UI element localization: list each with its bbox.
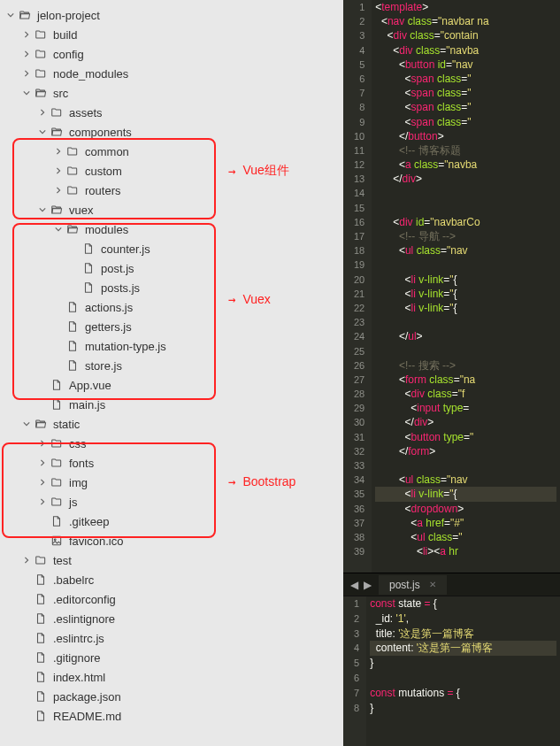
chevron-right-icon[interactable] [37, 496, 48, 507]
chevron-down-icon[interactable] [5, 10, 16, 20]
tree-row--eslintrc-js[interactable]: .eslintrc.js [0, 628, 343, 648]
tree-row-counter-js[interactable]: counter.js [0, 239, 343, 258]
code-line[interactable]: <div class="f [375, 387, 556, 401]
code-line[interactable]: <ul class=" [375, 530, 556, 544]
code-line[interactable]: <button id="nav [375, 58, 556, 72]
code-line[interactable]: </ul> [375, 329, 556, 343]
chevron-right-icon[interactable] [21, 555, 32, 565]
chevron-right-icon[interactable] [53, 165, 64, 176]
tree-row-jelon-project[interactable]: jelon-project [0, 5, 343, 25]
chevron-right-icon[interactable] [37, 107, 48, 118]
tree-row-fonts[interactable]: fonts [0, 453, 343, 473]
tree-row-css[interactable]: css [0, 434, 343, 453]
code-line[interactable]: const mutations = { [370, 686, 556, 701]
tree-row-custom[interactable]: custom [0, 161, 343, 181]
code-line[interactable]: <span class=" [375, 115, 556, 129]
code-line[interactable] [375, 315, 556, 329]
tree-row-modules[interactable]: modules [0, 219, 343, 239]
tree-row-mutation-type-js[interactable]: mutation-type.js [0, 336, 343, 356]
tab-next-icon[interactable]: ▶ [364, 579, 372, 591]
tree-row-static[interactable]: static [0, 414, 343, 434]
code-pane-bottom[interactable]: const state = { _id: '1', title: '这是第一篇博… [366, 596, 560, 746]
code-line[interactable]: <li><a hr [375, 544, 556, 558]
tree-row-store-js[interactable]: store.js [0, 356, 343, 375]
code-line[interactable] [370, 671, 556, 686]
code-line[interactable]: <nav class="navbar na [375, 14, 556, 28]
code-line[interactable]: </form> [375, 444, 556, 458]
tab-nav-arrows[interactable]: ◀ ▶ [343, 579, 379, 591]
code-line[interactable] [375, 258, 556, 272]
code-line[interactable]: <input type= [375, 401, 556, 415]
chevron-right-icon[interactable] [21, 29, 32, 40]
tree-row-test[interactable]: test [0, 550, 343, 570]
chevron-right-icon[interactable] [53, 146, 64, 157]
code-line[interactable]: </div> [375, 415, 556, 429]
code-line[interactable]: <!-- 导航 --> [375, 229, 556, 243]
code-line[interactable]: <div id="navbarCo [375, 215, 556, 229]
code-pane-main[interactable]: <template> <nav class="navbar na <div cl… [372, 0, 560, 573]
tree-row-vuex[interactable]: vuex [0, 200, 343, 219]
tree-row-favicon-ico[interactable]: favicon.ico [0, 531, 343, 550]
code-line[interactable]: <ul class="nav [375, 243, 556, 258]
code-line[interactable]: <div class="navba [375, 43, 556, 58]
tree-row--editorconfig[interactable]: .editorconfig [0, 589, 343, 609]
tree-row--gitkeep[interactable]: .gitkeep [0, 511, 343, 531]
tree-row-index-html[interactable]: index.html [0, 667, 343, 687]
code-line[interactable]: <form class="na [375, 373, 556, 387]
code-line[interactable]: <!-- 博客标题 [375, 143, 556, 158]
tree-row-app-vue[interactable]: App.vue [0, 375, 343, 395]
chevron-down-icon[interactable] [53, 224, 64, 235]
chevron-down-icon[interactable] [21, 419, 32, 429]
tree-row-routers[interactable]: routers [0, 181, 343, 200]
tree-row-js[interactable]: js [0, 492, 343, 511]
code-line[interactable] [375, 186, 556, 200]
code-line[interactable]: <span class=" [375, 86, 556, 100]
chevron-right-icon[interactable] [53, 185, 64, 196]
code-line[interactable]: <template> [375, 0, 556, 14]
tree-row-common[interactable]: common [0, 142, 343, 161]
tree-row--eslintignore[interactable]: .eslintignore [0, 609, 343, 628]
tab-postjs[interactable]: post.js ✕ [379, 575, 447, 595]
tree-row-posts-js[interactable]: posts.js [0, 278, 343, 297]
code-line[interactable]: } [370, 656, 556, 671]
tree-row--gitignore[interactable]: .gitignore [0, 648, 343, 667]
editor-main-pane[interactable]: 1234567891011121314151617181920212223242… [343, 0, 560, 573]
tree-row-readme-md[interactable]: README.md [0, 706, 343, 726]
code-line[interactable]: _id: '1', [370, 611, 556, 627]
tab-prev-icon[interactable]: ◀ [350, 579, 358, 591]
code-line[interactable]: <li v-link="{ [375, 301, 556, 315]
tree-row-build[interactable]: build [0, 25, 343, 44]
code-line[interactable]: } [370, 701, 556, 716]
code-line[interactable] [375, 458, 556, 473]
chevron-down-icon[interactable] [21, 88, 32, 98]
code-line[interactable]: <span class=" [375, 100, 556, 114]
chevron-right-icon[interactable] [37, 477, 48, 488]
code-line[interactable]: </div> [375, 172, 556, 186]
tree-row-node-modules[interactable]: node_modules [0, 64, 343, 83]
code-line[interactable]: title: '这是第一篇博客 [370, 627, 556, 642]
code-line[interactable]: content: '这是第一篇博客 [370, 641, 556, 656]
code-line[interactable]: <li v-link="{ [375, 273, 556, 287]
chevron-right-icon[interactable] [37, 458, 48, 468]
code-line[interactable]: </button> [375, 129, 556, 143]
code-line[interactable] [375, 344, 556, 358]
close-icon[interactable]: ✕ [429, 580, 436, 589]
tree-row-actions-js[interactable]: actions.js [0, 297, 343, 317]
code-line[interactable]: <li v-link="{ [375, 287, 556, 301]
code-line[interactable]: <li v-link="{ [375, 487, 556, 501]
code-line[interactable]: <a class="navba [375, 158, 556, 172]
tree-row-assets[interactable]: assets [0, 103, 343, 122]
chevron-right-icon[interactable] [21, 49, 32, 59]
tree-row--babelrc[interactable]: .babelrc [0, 570, 343, 589]
code-line[interactable]: <div class="contain [375, 28, 556, 42]
tree-row-getters-js[interactable]: getters.js [0, 317, 343, 336]
code-line[interactable]: <span class=" [375, 72, 556, 86]
tree-row-main-js[interactable]: main.js [0, 395, 343, 414]
tree-row-src[interactable]: src [0, 83, 343, 103]
code-line[interactable]: <dropdown> [375, 502, 556, 516]
code-line[interactable]: <ul class="nav [375, 473, 556, 487]
code-line[interactable]: <a href="#" [375, 516, 556, 530]
tree-row-components[interactable]: components [0, 122, 343, 142]
code-line[interactable]: <button type=" [375, 430, 556, 444]
tree-row-post-js[interactable]: post.js [0, 258, 343, 278]
